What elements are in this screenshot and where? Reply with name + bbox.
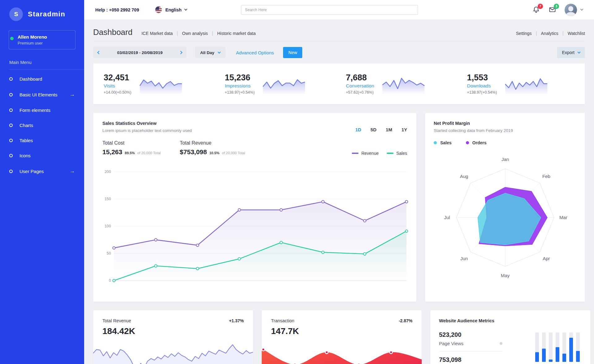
page-views-metric: 523,200 Page Views bbox=[439, 331, 502, 346]
svg-text:150: 150 bbox=[105, 197, 111, 201]
user-status: Premium user bbox=[18, 41, 47, 45]
page-header: Dashboard ICE Market data | Own analysis… bbox=[93, 19, 585, 37]
impressions-sparkline bbox=[262, 73, 306, 95]
day-filter-dropdown[interactable]: All Day bbox=[195, 47, 226, 58]
circle-icon bbox=[9, 170, 13, 173]
menu-divider bbox=[9, 69, 84, 70]
help-phone: Help : +050 2992 709 bbox=[95, 7, 139, 12]
stat-delta: +57.62(+0.76%) bbox=[346, 90, 374, 95]
sales-card-subtitle: Lorem ipsum is placeholder text commonly… bbox=[102, 128, 192, 133]
app-root: S Staradmin Allen Moreno Premium user Ma… bbox=[0, 0, 594, 364]
circle-icon bbox=[9, 93, 13, 96]
stat-delta: +138.97(+0.54%) bbox=[467, 90, 497, 95]
brand[interactable]: S Staradmin bbox=[0, 0, 84, 27]
link-analytics[interactable]: Analytics bbox=[537, 31, 562, 36]
message-badge: 3 bbox=[554, 4, 559, 9]
tab-1y[interactable]: 1Y bbox=[402, 127, 407, 132]
stat-visits: 32,451 Visits +14.00(+0.50%) bbox=[101, 73, 214, 95]
sidebar-item-tables[interactable]: Tables bbox=[0, 133, 84, 148]
sales-card-title: Sales Statistics Overview bbox=[102, 121, 192, 126]
arrow-right-icon: → bbox=[70, 91, 75, 98]
sales-legend-swatch bbox=[387, 153, 394, 154]
user-profile-card[interactable]: Allen Moreno Premium user bbox=[9, 30, 75, 49]
sidebar: S Staradmin Allen Moreno Premium user Ma… bbox=[0, 0, 84, 364]
advanced-options-link[interactable]: Advanced Options bbox=[236, 50, 274, 55]
sidebar-item-form-elements[interactable]: Form elements bbox=[0, 103, 84, 118]
svg-text:Aug: Aug bbox=[460, 174, 468, 179]
transaction-card: Transaction 147.7K -2.87% bbox=[262, 310, 422, 364]
language-selector[interactable]: English bbox=[155, 6, 187, 13]
svg-text:Apr: Apr bbox=[543, 256, 550, 261]
user-menu[interactable] bbox=[565, 4, 583, 16]
date-range-picker[interactable]: 03/02/2019 - 20/08/2019 bbox=[93, 47, 187, 58]
stat-value: 1,553 bbox=[467, 73, 497, 83]
tab-5d[interactable]: 5D bbox=[371, 127, 377, 132]
brand-initial: S bbox=[14, 11, 18, 18]
total-revenue-trend-value: 184.42K bbox=[102, 326, 135, 336]
sales-line-chart: 200150100500 bbox=[102, 164, 407, 289]
online-status-dot bbox=[10, 37, 14, 40]
chevron-down-icon bbox=[184, 8, 187, 11]
stat-label: Conversation bbox=[346, 83, 374, 89]
revenue-legend-swatch bbox=[352, 153, 359, 154]
page-content: Dashboard ICE Market data | Own analysis… bbox=[84, 19, 594, 364]
page-views-dot bbox=[500, 342, 502, 345]
main-menu: Dashboard Basic UI Elements → Form eleme… bbox=[0, 71, 84, 179]
notifications-button[interactable]: 7 bbox=[532, 6, 540, 14]
brand-name: Staradmin bbox=[28, 10, 65, 18]
page-title: Dashboard bbox=[93, 28, 132, 37]
link-settings[interactable]: Settings bbox=[512, 31, 536, 36]
range-tabs: 1D 5D 1M 1Y bbox=[355, 121, 407, 133]
svg-text:Jan: Jan bbox=[501, 157, 509, 162]
controls-row: 03/02/2019 - 20/08/2019 All Day Advanced… bbox=[93, 47, 585, 58]
chevron-left-icon[interactable] bbox=[97, 51, 101, 54]
svg-text:0: 0 bbox=[109, 278, 111, 283]
revenue-trend-chart bbox=[93, 338, 253, 364]
sales-legend-dot bbox=[434, 141, 437, 144]
search-input[interactable] bbox=[241, 5, 418, 15]
line-chart-legend: Revenue Sales bbox=[352, 151, 407, 156]
downloads-sparkline bbox=[504, 73, 548, 95]
stat-delta: +14.00(+0.50%) bbox=[104, 90, 131, 95]
total-revenue-value: $753,098 bbox=[180, 148, 207, 156]
website-audience-card: Website Audience Metrics 523,200 Page Vi… bbox=[430, 310, 590, 364]
stat-downloads: 1,553 Downloads +138.97(+0.54%) bbox=[457, 73, 578, 95]
menu-section-label: Main Menu bbox=[9, 60, 75, 65]
tab-1d[interactable]: 1D bbox=[355, 127, 361, 132]
svg-text:Feb: Feb bbox=[542, 174, 550, 179]
svg-text:50: 50 bbox=[107, 251, 111, 256]
sidebar-item-user-pages[interactable]: User Pages → bbox=[0, 163, 84, 179]
link-watchlist[interactable]: Watchlist bbox=[564, 31, 585, 36]
circle-icon bbox=[9, 154, 13, 157]
transaction-delta: -2.87% bbox=[399, 318, 412, 336]
header-divider bbox=[93, 41, 585, 42]
messages-button[interactable]: 3 bbox=[549, 6, 557, 14]
bounce-rate-metric: 753,098 Bounce Rate bbox=[439, 356, 502, 364]
circle-icon bbox=[9, 124, 13, 127]
topbar: Help : +050 2992 709 English 7 bbox=[84, 0, 594, 19]
sidebar-item-charts[interactable]: Charts bbox=[0, 118, 84, 133]
chevron-down-icon bbox=[578, 50, 581, 53]
revenue-delta: +1.37% bbox=[229, 318, 244, 336]
stats-card: 32,451 Visits +14.00(+0.50%) 15,236 Impr… bbox=[93, 63, 585, 104]
sidebar-item-basic-ui-elements[interactable]: Basic UI Elements → bbox=[0, 87, 84, 103]
link-own-analysis[interactable]: Own analysis bbox=[178, 31, 212, 36]
circle-icon bbox=[9, 108, 13, 112]
sidebar-item-icons[interactable]: Icons bbox=[0, 148, 84, 163]
stat-label: Impressions bbox=[225, 83, 255, 89]
search-box bbox=[241, 5, 418, 15]
stat-value: 7,688 bbox=[346, 73, 374, 83]
export-button[interactable]: Export bbox=[557, 47, 585, 58]
link-ice-market-data[interactable]: ICE Market data bbox=[137, 31, 177, 36]
new-button[interactable]: New bbox=[283, 47, 302, 58]
link-historic-market-data[interactable]: Historic market data bbox=[213, 31, 260, 36]
topbar-avatar bbox=[565, 4, 577, 16]
user-name: Allen Moreno bbox=[18, 34, 47, 40]
net-profit-title: Net Profit Margin bbox=[434, 121, 576, 126]
chevron-right-icon[interactable] bbox=[179, 51, 182, 54]
tab-1m[interactable]: 1M bbox=[386, 127, 392, 132]
visits-sparkline bbox=[139, 73, 183, 95]
stat-value: 15,236 bbox=[225, 73, 255, 83]
sidebar-item-dashboard[interactable]: Dashboard bbox=[0, 71, 84, 87]
total-cost-block: Total Cost 15,263 89.5% of 20,000 Total bbox=[102, 140, 161, 156]
